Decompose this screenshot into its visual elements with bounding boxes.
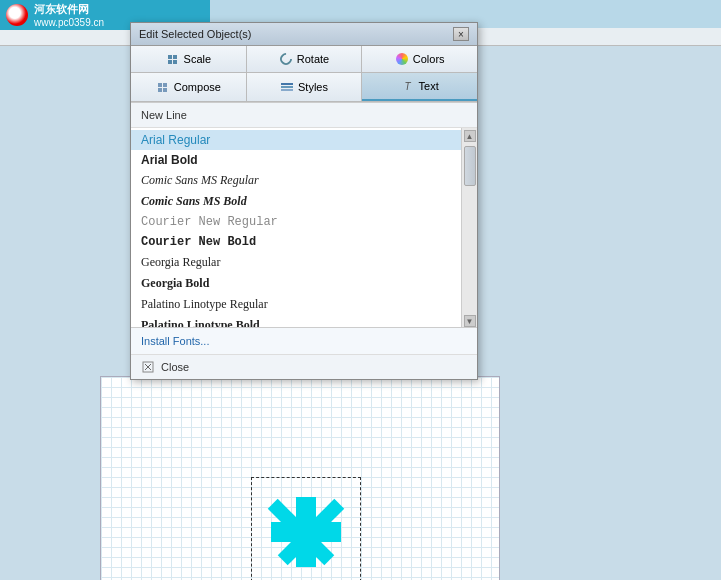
asterisk-shape-container: [256, 482, 356, 580]
asterisk-svg: [256, 482, 356, 580]
install-fonts-button[interactable]: Install Fonts...: [141, 335, 209, 347]
font-item-georgia-regular[interactable]: Georgia Regular: [131, 252, 461, 273]
colors-label: Colors: [413, 53, 445, 65]
font-item-palatino-regular[interactable]: Palatino Linotype Regular: [131, 294, 461, 315]
watermark-url: www.pc0359.cn: [34, 17, 104, 28]
font-item-georgia-bold[interactable]: Georgia Bold: [131, 273, 461, 294]
compose-label: Compose: [174, 81, 221, 93]
styles-label: Styles: [298, 81, 328, 93]
font-panel: New Line Arial Regular Arial Bold Comic …: [131, 102, 477, 379]
install-fonts-row: Install Fonts...: [131, 328, 477, 355]
watermark-logo: [6, 4, 28, 26]
font-list-container: Arial Regular Arial Bold Comic Sans MS R…: [131, 128, 477, 328]
font-list: Arial Regular Arial Bold Comic Sans MS R…: [131, 128, 461, 327]
close-button[interactable]: Close: [161, 361, 189, 373]
rotate-button[interactable]: Rotate: [247, 46, 363, 72]
font-item-courier-bold[interactable]: Courier New Bold: [131, 232, 461, 252]
scale-button[interactable]: Scale: [131, 46, 247, 72]
scale-icon: [166, 52, 180, 66]
font-item-arial-bold[interactable]: Arial Bold: [131, 150, 461, 170]
text-button[interactable]: T Text: [362, 73, 477, 101]
rotate-icon: [279, 52, 293, 66]
rotate-label: Rotate: [297, 53, 329, 65]
text-label: Text: [419, 80, 439, 92]
close-small-icon: [141, 360, 155, 374]
watermark-site: 河东软件网: [34, 2, 104, 17]
dialog-titlebar: Edit Selected Object(s) ×: [131, 23, 477, 46]
toolbar-row-2: Compose Styles T Text: [131, 73, 477, 102]
font-item-arial-regular[interactable]: Arial Regular: [131, 130, 461, 150]
font-item-comic-bold[interactable]: Comic Sans MS Bold: [131, 191, 461, 212]
text-icon: T: [401, 79, 415, 93]
grid-canvas: [100, 376, 500, 580]
scale-label: Scale: [184, 53, 212, 65]
colors-icon: [395, 52, 409, 66]
styles-icon: [280, 80, 294, 94]
close-row: Close: [131, 355, 477, 379]
scrollbar-thumb[interactable]: [464, 146, 476, 186]
edit-dialog: Edit Selected Object(s) × Scale Rotate C…: [130, 22, 478, 380]
dialog-close-button[interactable]: ×: [453, 27, 469, 41]
new-line-header: New Line: [131, 103, 477, 128]
styles-button[interactable]: Styles: [247, 73, 363, 101]
font-item-courier-regular[interactable]: Courier New Regular: [131, 212, 461, 232]
dialog-title: Edit Selected Object(s): [139, 28, 252, 40]
font-item-comic-regular[interactable]: Comic Sans MS Regular: [131, 170, 461, 191]
compose-button[interactable]: Compose: [131, 73, 247, 101]
font-item-palatino-bold[interactable]: Palatino Linotype Bold: [131, 315, 461, 327]
font-list-scrollbar[interactable]: ▲ ▼: [461, 128, 477, 327]
toolbar-row-1: Scale Rotate Colors: [131, 46, 477, 73]
compose-icon: [156, 80, 170, 94]
colors-button[interactable]: Colors: [362, 46, 477, 72]
